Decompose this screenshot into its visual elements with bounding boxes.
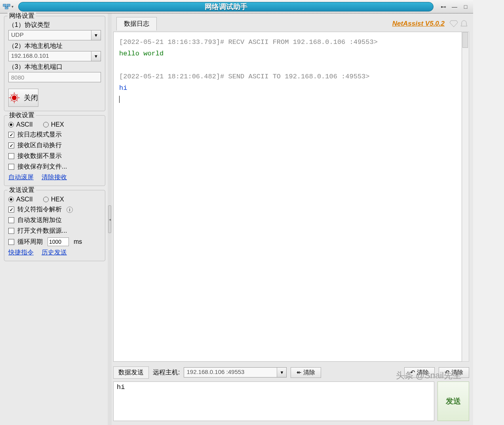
arrow-left-icon: ↞ [297,369,302,376]
minimize-button[interactable]: — [450,3,459,11]
send-input[interactable] [113,381,434,421]
host-port-label: （3）本地主机端口 [8,63,101,71]
protocol-select[interactable]: UDP ▼ [8,30,101,40]
svg-rect-2 [5,7,8,9]
remote-host-select[interactable]: 192.168.0.106 :49553 ▼ [184,367,287,378]
clear-button-3[interactable]: ↶清除 [439,367,469,378]
svg-rect-1 [7,4,10,6]
window-title: 网络调试助手 [18,2,434,11]
chevron-down-icon[interactable]: ▼ [277,368,286,377]
undo-icon: ↶ [410,369,415,376]
send-button[interactable]: 发送 [437,381,469,421]
recv-hex-radio[interactable]: HEX [43,121,64,128]
host-addr-select[interactable]: 192.168.0.101 ▼ [8,51,101,61]
send-ascii-radio[interactable]: ASCII [8,196,33,203]
protocol-label: （1）协议类型 [8,21,101,29]
open-file-source-checkbox[interactable]: 打开文件数据源... [8,227,101,235]
chevron-down-icon: ▾ [11,4,13,9]
history-send-link[interactable]: 历史发送 [42,249,67,257]
send-settings-group: 发送设置 ASCII HEX 转义符指令解析i 自动发送附加位 打开文件数据源.… [4,190,105,261]
clear-button[interactable]: ↞清除 [291,367,321,378]
close-connection-button[interactable]: 关闭 [8,89,38,107]
loop-period-input[interactable] [48,237,69,246]
svg-point-5 [12,95,17,100]
host-port-input[interactable] [8,72,101,82]
title-bar: ▾ 网络调试助手 ⊷ — □ [0,0,473,13]
clear-button-2[interactable]: ↶清除 [404,367,435,378]
sysmenu-icon[interactable]: ▾ [0,4,16,10]
host-addr-label: （2）本地主机地址 [8,42,101,50]
send-hex-radio[interactable]: HEX [43,196,64,203]
splitter[interactable]: ◂ [108,13,112,425]
info-icon[interactable]: i [67,207,73,213]
chevron-down-icon[interactable]: ▼ [91,30,101,40]
group-title: 发送设置 [8,186,36,194]
pin-icon[interactable]: ⊷ [439,3,448,11]
shortcut-cmd-link[interactable]: 快捷指令 [8,249,34,257]
target-icon [9,92,20,103]
save-file-checkbox[interactable]: 接收保存到文件... [8,163,101,171]
maximize-button[interactable]: □ [461,3,470,11]
remote-host-label: 远程主机: [153,368,180,377]
clear-recv-link[interactable]: 清除接收 [42,173,67,182]
escape-parse-checkbox[interactable]: 转义符指令解析i [8,205,101,214]
auto-append-checkbox[interactable]: 自动发送附加位 [8,216,101,224]
data-send-tab[interactable]: 数据发送 [113,366,149,379]
autoscroll-link[interactable]: 自动滚屏 [8,173,34,182]
log-mode-checkbox[interactable]: 按日志模式显示 [8,131,101,139]
recv-ascii-radio[interactable]: ASCII [8,121,33,128]
data-log-tab[interactable]: 数据日志 [116,17,157,30]
recv-settings-group: 接收设置 ASCII HEX 按日志模式显示 接收区自动换行 接收数据不显示 接… [4,115,105,186]
bell-icon[interactable] [460,20,468,28]
group-title: 接收设置 [8,111,36,120]
chevron-down-icon[interactable]: ▼ [91,51,101,61]
group-title: 网络设置 [8,12,36,20]
hide-recv-checkbox[interactable]: 接收数据不显示 [8,152,101,160]
brand-link[interactable]: NetAssist V5.0.2 [392,20,445,28]
network-settings-group: 网络设置 （1）协议类型 UDP ▼ （2）本地主机地址 192.168.0.1… [4,16,105,111]
scrollbar[interactable] [462,32,469,362]
diamond-icon[interactable] [449,20,458,28]
loop-period-checkbox[interactable]: 循环周期ms [8,237,101,246]
svg-rect-0 [3,4,6,6]
svg-marker-15 [450,21,458,27]
settings-sidebar: 网络设置 （1）协议类型 UDP ▼ （2）本地主机地址 192.168.0.1… [0,13,108,425]
log-textarea[interactable]: [2022-05-21 18:16:33.793]# RECV ASCII FR… [113,32,462,362]
undo-icon: ↶ [445,369,450,376]
auto-wrap-checkbox[interactable]: 接收区自动换行 [8,141,101,150]
